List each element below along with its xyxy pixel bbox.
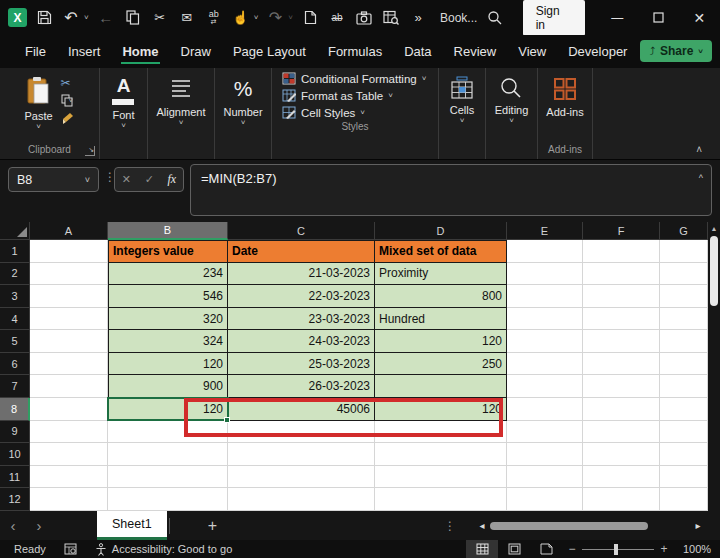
cell-A4[interactable]: [30, 308, 108, 331]
zoom-out-button[interactable]: −: [562, 542, 582, 556]
cell-G6[interactable]: [660, 353, 708, 376]
cell-G5[interactable]: [660, 330, 708, 353]
cell-F6[interactable]: [583, 353, 660, 376]
more-commands-icon[interactable]: »: [408, 7, 428, 29]
menu-tab-insert[interactable]: Insert: [59, 37, 110, 67]
menu-tab-review[interactable]: Review: [445, 37, 506, 67]
row-header-10[interactable]: 10: [0, 443, 30, 466]
zoom-level[interactable]: 100%: [674, 543, 720, 555]
cell-C8[interactable]: 45006: [228, 398, 375, 421]
column-header-F[interactable]: F: [583, 222, 660, 240]
cell-C10[interactable]: [228, 443, 375, 466]
editing-button[interactable]: Editing ˅: [495, 74, 529, 124]
sign-in-button[interactable]: Sign in: [523, 0, 585, 36]
macro-record-icon[interactable]: [64, 543, 77, 555]
cell-A10[interactable]: [30, 443, 108, 466]
cell-C2[interactable]: 21-03-2023: [228, 263, 375, 286]
cell-G9[interactable]: [660, 421, 708, 444]
alignment-dropdown-icon[interactable]: ˅: [179, 120, 184, 126]
cell-D1[interactable]: Mixed set of data: [375, 240, 507, 263]
column-header-E[interactable]: E: [507, 222, 583, 240]
cell-D6[interactable]: 250: [375, 353, 507, 376]
collapse-ribbon-icon[interactable]: ˄: [696, 144, 702, 155]
page-layout-view-button[interactable]: [498, 540, 530, 558]
cell-B11[interactable]: [108, 466, 228, 489]
menu-tab-data[interactable]: Data: [395, 37, 440, 67]
cell-E2[interactable]: [507, 263, 583, 286]
cell-B6[interactable]: 120: [108, 353, 228, 376]
cell-E9[interactable]: [507, 421, 583, 444]
cell-F1[interactable]: [583, 240, 660, 263]
cell-B4[interactable]: 320: [108, 308, 228, 331]
touch-mode-icon[interactable]: ☝: [231, 7, 251, 29]
cell-F11[interactable]: [583, 466, 660, 489]
menu-tab-draw[interactable]: Draw: [172, 37, 220, 67]
cell-B3[interactable]: 546: [108, 285, 228, 308]
column-header-A[interactable]: A: [30, 222, 108, 240]
zoom-slider-thumb[interactable]: [614, 544, 618, 555]
cell-B8[interactable]: 120: [108, 398, 228, 421]
accessibility-icon[interactable]: [95, 543, 107, 556]
cell-A7[interactable]: [30, 375, 108, 398]
cell-E1[interactable]: [507, 240, 583, 263]
camera-icon[interactable]: [354, 7, 374, 29]
cell-E5[interactable]: [507, 330, 583, 353]
menu-tab-view[interactable]: View: [509, 37, 555, 67]
normal-view-button[interactable]: [466, 540, 498, 558]
cell-F4[interactable]: [583, 308, 660, 331]
cell-E3[interactable]: [507, 285, 583, 308]
share-button[interactable]: ⤴ Share ˅: [640, 40, 712, 62]
table-lookup-icon[interactable]: [381, 7, 401, 29]
cell-E12[interactable]: [507, 488, 583, 511]
cell-F8[interactable]: [583, 398, 660, 421]
cell-F2[interactable]: [583, 263, 660, 286]
cell-D5[interactable]: 120: [375, 330, 507, 353]
row-header-1[interactable]: 1: [0, 240, 30, 263]
formula-input[interactable]: =MIN(B2:B7) ^: [190, 164, 712, 216]
cell-E6[interactable]: [507, 353, 583, 376]
strikethrough-icon[interactable]: ab: [327, 7, 347, 29]
name-box[interactable]: B8 ˅: [8, 167, 99, 192]
cell-A9[interactable]: [30, 421, 108, 444]
cell-C9[interactable]: [228, 421, 375, 444]
zoom-slider[interactable]: [582, 549, 654, 550]
enter-icon[interactable]: ✓: [145, 173, 154, 186]
cell-G11[interactable]: [660, 466, 708, 489]
collapse-formula-bar-icon[interactable]: ^: [699, 173, 703, 183]
cell-C7[interactable]: 26-03-2023: [228, 375, 375, 398]
cell-F10[interactable]: [583, 443, 660, 466]
cell-G2[interactable]: [660, 263, 708, 286]
paste-dropdown-icon[interactable]: ˅: [36, 124, 41, 130]
cell-C12[interactable]: [228, 488, 375, 511]
sheet-tab-sheet1[interactable]: Sheet1: [97, 511, 167, 540]
row-header-2[interactable]: 2: [0, 263, 30, 286]
accessibility-status[interactable]: Accessibility: Good to go: [112, 543, 232, 555]
cell-A11[interactable]: [30, 466, 108, 489]
new-file-icon[interactable]: [300, 7, 320, 29]
maximize-button[interactable]: [638, 0, 679, 35]
cell-B10[interactable]: [108, 443, 228, 466]
horizontal-scrollbar[interactable]: [490, 521, 690, 531]
sheetbar-options-icon[interactable]: ⋮: [444, 519, 456, 533]
close-button[interactable]: ✕: [679, 0, 720, 35]
save-icon[interactable]: [34, 7, 54, 29]
row-header-7[interactable]: 7: [0, 375, 30, 398]
copy-dropdown-icon[interactable]: ˅: [69, 96, 74, 105]
row-header-8[interactable]: 8: [0, 398, 30, 421]
cell-B7[interactable]: 900: [108, 375, 228, 398]
column-header-G[interactable]: G: [660, 222, 708, 240]
cells-dropdown-icon[interactable]: ˅: [460, 118, 465, 124]
row-header-4[interactable]: 4: [0, 308, 30, 331]
cell-E4[interactable]: [507, 308, 583, 331]
number-button[interactable]: % Number ˅: [223, 74, 262, 126]
add-sheet-button[interactable]: +: [208, 517, 217, 535]
cells-button[interactable]: Cells ˅: [449, 74, 475, 124]
font-button[interactable]: A Font ˅: [112, 74, 134, 129]
cell-D3[interactable]: 800: [375, 285, 507, 308]
cell-G12[interactable]: [660, 488, 708, 511]
cell-G3[interactable]: [660, 285, 708, 308]
cell-F9[interactable]: [583, 421, 660, 444]
undo-icon[interactable]: ↶: [61, 7, 81, 29]
font-dropdown-icon[interactable]: ˅: [121, 123, 126, 129]
cell-G8[interactable]: [660, 398, 708, 421]
